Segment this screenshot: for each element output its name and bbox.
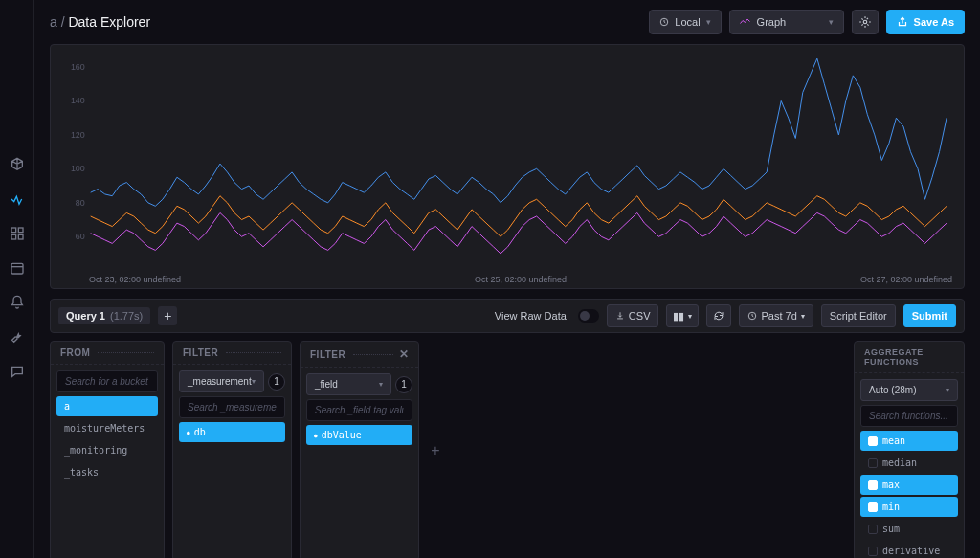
query-tab[interactable]: Query 1 (1.77s) [58,307,150,324]
bucket-item[interactable]: _tasks [56,462,158,482]
svg-rect-0 [11,228,16,233]
filter2-close-icon[interactable]: ✕ [399,347,410,361]
agg-search-input[interactable] [860,405,958,427]
filter1-search-input[interactable] [179,396,285,418]
save-as-button[interactable]: Save As [886,10,965,34]
gear-icon [858,15,872,29]
svg-rect-2 [11,234,16,239]
filter2-tag[interactable]: dbValue [306,425,412,445]
agg-function-item[interactable]: min [860,497,958,517]
nav-grid-icon[interactable] [6,222,29,245]
svg-rect-1 [18,228,23,233]
export-icon [897,16,908,28]
chart-area: 6080100120140160 Oct 23, 02:00 undefined… [50,44,965,289]
query-bar: Query 1 (1.77s) + View Raw Data CSV ▮▮▾ … [50,299,965,333]
line-chart: 6080100120140160 [62,53,952,271]
add-query-button[interactable]: + [158,306,177,325]
script-editor-button[interactable]: Script Editor [821,304,896,327]
filter1-tag[interactable]: db [179,422,285,442]
nav-calendar-icon[interactable] [6,257,29,279]
window-dropdown[interactable]: Auto (28m)▾ [860,379,958,401]
timerange-dropdown[interactable]: Past 7d▾ [739,304,813,327]
nav-wrench-icon[interactable] [6,325,29,348]
query-builder: FROM amoistureMeters_monitoring_tasks FI… [50,341,965,558]
pause-button[interactable]: ▮▮▾ [666,304,699,327]
settings-button[interactable] [852,10,879,34]
filter-panel-2: FILTER✕ _field▾ 1 dbValue [300,341,419,558]
nav-cube-icon[interactable] [6,153,29,176]
bucket-search-input[interactable] [56,370,158,392]
header: a / Data Explorer Local▾ Graph▾ Save As [34,0,980,44]
csv-button[interactable]: CSV [607,304,659,327]
filter2-search-input[interactable] [306,399,412,421]
nav-chat-icon[interactable] [6,360,29,383]
filter-panel-1: FILTER _measurement▾ 1 db [172,341,292,558]
agg-function-item[interactable]: mean [860,431,958,451]
breadcrumb: a / Data Explorer [50,14,641,30]
download-icon [615,311,625,321]
filter2-key-dropdown[interactable]: _field▾ [306,373,391,395]
side-nav [0,0,34,558]
agg-function-item[interactable]: max [860,475,958,495]
refresh-button[interactable] [706,304,731,327]
filter1-count: 1 [268,373,285,391]
x-axis-labels: Oct 23, 02:00 undefined Oct 25, 02:00 un… [89,275,952,284]
viz-type-dropdown[interactable]: Graph▾ [729,10,844,34]
svg-point-7 [863,20,867,24]
svg-text:140: 140 [71,96,85,105]
refresh-icon [713,310,724,322]
agg-function-item[interactable]: derivative [860,541,958,558]
agg-function-item[interactable]: sum [860,519,958,539]
nav-bell-icon[interactable] [6,291,29,314]
filter2-count: 1 [395,376,412,393]
clock-icon [747,311,757,321]
clock-icon [659,17,669,27]
submit-button[interactable]: Submit [903,304,956,327]
svg-text:100: 100 [71,164,85,173]
raw-data-toggle[interactable] [578,309,599,323]
nav-explorer-icon[interactable] [6,188,29,211]
bucket-item[interactable]: moistureMeters [56,418,158,438]
svg-text:60: 60 [76,232,85,241]
svg-text:80: 80 [76,198,85,208]
aggregate-panel: AGGREGATE FUNCTIONS Auto (28m)▾ meanmedi… [854,341,965,558]
graph-icon [740,17,751,27]
timezone-dropdown[interactable]: Local▾ [649,10,721,34]
svg-text:160: 160 [71,62,85,72]
svg-rect-3 [18,234,23,239]
bucket-item[interactable]: a [56,396,158,416]
add-filter-button[interactable]: + [427,341,444,558]
from-panel: FROM amoistureMeters_monitoring_tasks [50,341,165,558]
svg-rect-4 [11,263,23,274]
pause-icon: ▮▮ [673,310,684,323]
bucket-item[interactable]: _monitoring [56,440,158,460]
raw-data-label: View Raw Data [495,310,567,322]
agg-function-item[interactable]: median [860,453,958,473]
svg-text:120: 120 [71,130,85,140]
filter1-key-dropdown[interactable]: _measurement▾ [179,370,264,392]
